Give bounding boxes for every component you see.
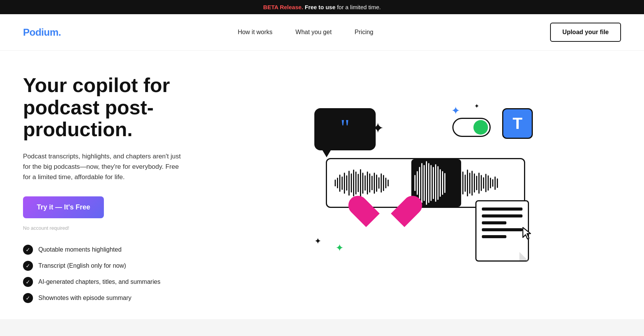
feature-item-3: ✓ AI-generated chapters, titles, and sum… — [23, 277, 222, 287]
hero-description: Podcast transcripts, highlights, and cha… — [23, 151, 184, 183]
toggle-widget — [452, 118, 491, 137]
top-banner: BETA Release. Free to use for a limited … — [0, 0, 644, 14]
doc-fold — [519, 252, 528, 260]
hero-title: Your copilot for podcast post-production… — [23, 74, 222, 140]
waveform-bars — [335, 169, 398, 197]
banner-suffix: for a limited time. — [337, 4, 381, 10]
t-letter: T — [513, 114, 522, 133]
feature-label-2: Transcript (English only for now) — [38, 262, 126, 269]
bottom-section — [0, 319, 644, 336]
hero-illustration: " T ✦ ✦ ✦ ✦ ✦ — [222, 93, 621, 285]
feature-item-4: ✓ Shownotes with episode summary — [23, 293, 222, 303]
toggle-knob — [473, 120, 488, 135]
doc-line-1 — [482, 208, 522, 211]
check-icon-4: ✓ — [23, 293, 33, 303]
beta-label: BETA Release. — [263, 4, 303, 10]
no-account-text: No account required! — [23, 225, 222, 231]
sparkle-icon-5: ✦ — [335, 242, 344, 254]
quote-marks-icon: " — [340, 116, 350, 139]
free-label: Free to use — [305, 4, 335, 10]
feature-label-4: Shownotes with episode summary — [38, 295, 131, 301]
try-it-button[interactable]: Try it — It's Free — [23, 196, 104, 218]
sparkle-icon-1: ✦ — [451, 104, 460, 117]
upload-file-button[interactable]: Upload your file — [550, 23, 621, 42]
sparkle-icon-4: ✦ — [314, 236, 321, 246]
waveform-bars-right — [453, 170, 516, 196]
document-card — [475, 200, 529, 262]
heart-play-button[interactable] — [366, 196, 404, 235]
features-list: ✓ Quotable moments highlighted ✓ Transcr… — [23, 245, 222, 303]
sparkle-icon-3: ✦ — [372, 120, 384, 137]
navbar: Podium. How it works What you get Pricin… — [0, 14, 644, 51]
svg-marker-0 — [523, 227, 531, 239]
check-icon-2: ✓ — [23, 261, 33, 271]
doc-line-3 — [482, 221, 506, 224]
quote-bubble: " — [314, 108, 376, 150]
hero-left: Your copilot for podcast post-production… — [23, 74, 222, 303]
nav-link-what-you-get[interactable]: What you get — [296, 29, 332, 36]
sparkle-icon-2: ✦ — [474, 102, 479, 110]
check-icon-3: ✓ — [23, 277, 33, 287]
doc-line-2 — [482, 214, 522, 217]
check-icon-1: ✓ — [23, 245, 33, 255]
nav-link-how-it-works[interactable]: How it works — [238, 29, 273, 36]
nav-links: How it works What you get Pricing — [238, 29, 373, 36]
nav-link-pricing[interactable]: Pricing — [355, 29, 373, 36]
feature-item-1: ✓ Quotable moments highlighted — [23, 245, 222, 255]
illustration-container: " T ✦ ✦ ✦ ✦ ✦ — [307, 97, 537, 281]
feature-label-3: AI-generated chapters, titles, and summa… — [38, 278, 160, 285]
play-icon — [381, 209, 391, 221]
doc-line-4 — [482, 228, 522, 231]
hero-section: Your copilot for podcast post-production… — [0, 51, 644, 319]
logo-text: Podium — [23, 26, 58, 38]
doc-line-5 — [482, 235, 506, 238]
feature-label-1: Quotable moments highlighted — [38, 246, 122, 253]
t-card: T — [502, 108, 533, 139]
cursor-icon — [522, 227, 533, 242]
logo[interactable]: Podium. — [23, 26, 61, 38]
logo-dot: . — [58, 26, 61, 38]
feature-item-2: ✓ Transcript (English only for now) — [23, 261, 222, 271]
